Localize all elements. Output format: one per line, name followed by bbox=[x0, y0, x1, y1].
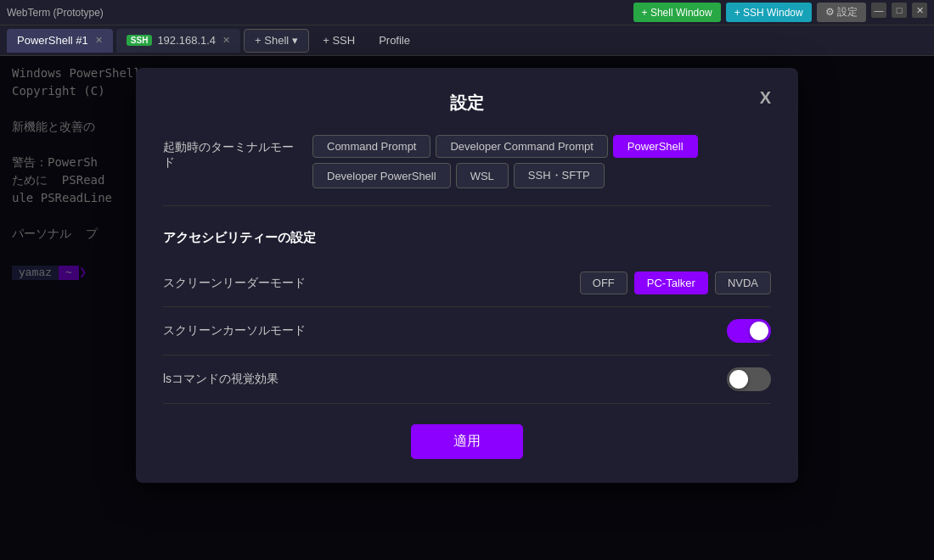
tab-powershell[interactable]: PowerShell #1 ✕ bbox=[7, 29, 113, 53]
ls-effect-control bbox=[727, 367, 771, 391]
tab-ssh-close[interactable]: ✕ bbox=[222, 35, 230, 46]
add-ssh-label: + SSH bbox=[323, 34, 355, 47]
add-shell-label: + Shell bbox=[255, 34, 289, 47]
terminal-mode-label: 起動時のターミナルモード bbox=[163, 135, 299, 171]
mode-powershell[interactable]: PowerShell bbox=[613, 135, 698, 158]
add-shell-button[interactable]: + Shell ▾ bbox=[244, 29, 309, 53]
apply-button[interactable]: 適用 bbox=[411, 424, 523, 459]
screen-cursor-row: スクリーンカーソルモード bbox=[163, 307, 771, 356]
screen-reader-row: スクリーンリーダーモード OFF PC-Talker NVDA bbox=[163, 260, 771, 307]
terminal-mode-buttons: Command Prompt Developer Command Prompt … bbox=[312, 135, 771, 188]
ls-effect-track bbox=[727, 367, 771, 391]
tab-bar: PowerShell #1 ✕ SSH 192.168.1.4 ✕ + Shel… bbox=[0, 25, 934, 56]
add-ssh-button[interactable]: + SSH bbox=[312, 29, 365, 53]
title-bar: WebTerm (Prototype) + Shell Window + SSH… bbox=[0, 0, 934, 25]
screen-cursor-control bbox=[727, 319, 771, 343]
accessibility-section: アクセシビリティーの設定 スクリーンリーダーモード OFF PC-Talker … bbox=[163, 230, 771, 404]
tab-powershell-close[interactable]: ✕ bbox=[95, 35, 103, 46]
maximize-button[interactable]: □ bbox=[892, 3, 907, 18]
screen-cursor-thumb bbox=[750, 322, 768, 340]
settings-dialog: 設定 X 起動時のターミナルモード Command Prompt Develop… bbox=[136, 68, 798, 483]
settings-button[interactable]: ⚙ 設定 bbox=[817, 3, 866, 22]
mode-developer-powershell[interactable]: Developer PowerShell bbox=[312, 163, 451, 188]
screen-cursor-toggle[interactable] bbox=[727, 319, 771, 343]
title-bar-left: WebTerm (Prototype) bbox=[7, 7, 104, 19]
app-title: WebTerm (Prototype) bbox=[7, 7, 104, 19]
terminal-mode-section: 起動時のターミナルモード Command Prompt Developer Co… bbox=[163, 135, 771, 206]
screen-cursor-track bbox=[727, 319, 771, 343]
ls-effect-label: lsコマンドの視覚効果 bbox=[163, 372, 279, 387]
dialog-title: 設定 bbox=[450, 92, 484, 115]
mode-command-prompt[interactable]: Command Prompt bbox=[312, 135, 430, 158]
ssh-window-button[interactable]: + SSH Window bbox=[726, 3, 812, 22]
sr-pctalker-button[interactable]: PC-Talker bbox=[634, 272, 708, 294]
title-bar-controls: + Shell Window + SSH Window ⚙ 設定 — □ ✕ bbox=[633, 3, 927, 22]
profile-label: Profile bbox=[379, 34, 410, 47]
screen-reader-label: スクリーンリーダーモード bbox=[163, 276, 306, 291]
sr-nvda-button[interactable]: NVDA bbox=[715, 272, 771, 294]
ls-effect-thumb bbox=[729, 370, 748, 389]
ls-effect-row: lsコマンドの視覚効果 bbox=[163, 356, 771, 404]
dialog-close-button[interactable]: X bbox=[760, 88, 771, 108]
shell-dropdown-icon: ▾ bbox=[292, 34, 298, 47]
shell-window-button[interactable]: + Shell Window bbox=[633, 3, 721, 22]
ls-effect-toggle[interactable] bbox=[727, 367, 771, 391]
tab-powershell-label: PowerShell #1 bbox=[17, 34, 88, 47]
mode-developer-command-prompt[interactable]: Developer Command Prompt bbox=[436, 135, 607, 158]
screen-cursor-label: スクリーンカーソルモード bbox=[163, 323, 306, 339]
screen-reader-control: OFF PC-Talker NVDA bbox=[580, 272, 771, 294]
close-button[interactable]: ✕ bbox=[912, 3, 927, 18]
mode-wsl[interactable]: WSL bbox=[456, 163, 509, 188]
profile-button[interactable]: Profile bbox=[369, 29, 420, 53]
tab-ssh[interactable]: SSH 192.168.1.4 ✕ bbox=[116, 29, 240, 53]
minimize-button[interactable]: — bbox=[871, 3, 886, 18]
sr-off-button[interactable]: OFF bbox=[580, 272, 627, 294]
ssh-badge: SSH bbox=[127, 35, 153, 46]
mode-ssh-sftp[interactable]: SSH・SFTP bbox=[514, 163, 605, 188]
accessibility-title: アクセシビリティーの設定 bbox=[163, 230, 771, 246]
tab-ssh-label: 192.168.1.4 bbox=[157, 34, 216, 47]
dialog-header: 設定 X bbox=[163, 92, 771, 115]
